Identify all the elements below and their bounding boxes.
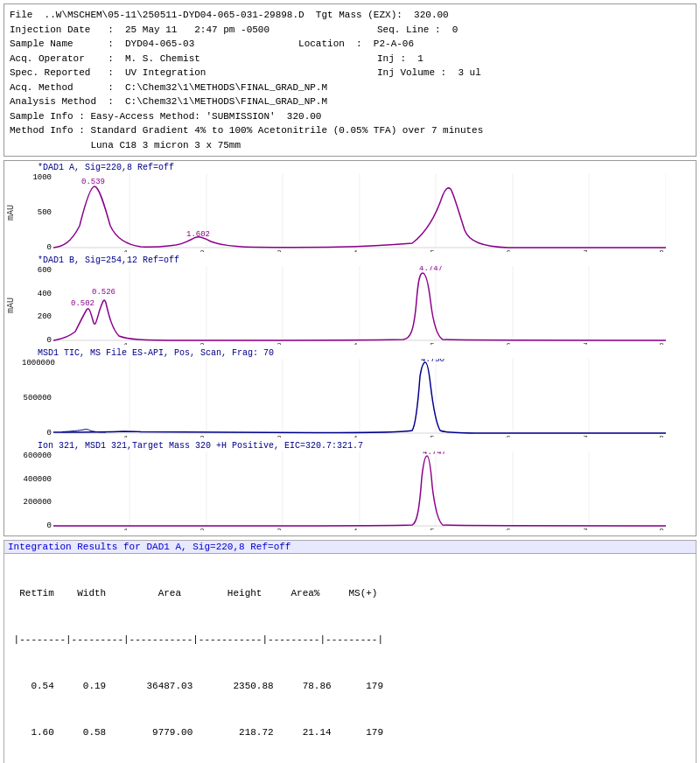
integration-dad1a-headers: RetTim Width Area Height Area% MS(+) [8, 586, 692, 602]
svg-text:4.747: 4.747 [423, 452, 446, 457]
chart-ion321: Ion 321, MSD1 321,Target Mass 320 +H Pos… [6, 441, 694, 530]
integration-dad1a-divider: |--------|---------|-----------|--------… [8, 633, 692, 648]
svg-text:0.539: 0.539 [81, 178, 105, 186]
svg-text:2: 2 [200, 342, 204, 345]
svg-text:0.526: 0.526 [92, 288, 116, 297]
svg-text:6: 6 [506, 528, 510, 530]
chart-ion321-svg: 4.747 1 2 3 4 5 6 7 8 min [53, 452, 694, 530]
header-box: File ..W\MSCHEM\05-11\250511-DYD04-065-0… [4, 4, 696, 157]
svg-text:4.750: 4.750 [421, 359, 444, 364]
svg-text:4: 4 [353, 435, 357, 438]
chart-dad1a-yticks: 1000 500 0 [22, 173, 53, 252]
chart-ion321-yticks: 600000 400000 200000 0 [22, 452, 53, 530]
chart-dad1b-ylabel: mAU [6, 266, 22, 345]
svg-text:8: 8 [659, 435, 663, 438]
svg-text:0.502: 0.502 [71, 299, 94, 308]
chart-dad1a-ylabel: mAU [6, 173, 22, 252]
svg-text:7: 7 [583, 528, 587, 530]
svg-text:3: 3 [276, 528, 281, 530]
svg-text:2: 2 [200, 435, 204, 438]
svg-text:2: 2 [200, 528, 204, 530]
chart-msd1tic-yticks: 1000000 500000 0 [22, 359, 53, 438]
svg-text:1: 1 [123, 435, 128, 438]
svg-text:4: 4 [353, 342, 357, 345]
chart-dad1b: *DAD1 B, Sig=254,12 Ref=off mAU 600 400 … [6, 256, 694, 345]
svg-text:6: 6 [506, 249, 510, 252]
chart-dad1b-svg: 0.502 0.526 4.747 1 2 3 4 5 6 7 8 min [53, 266, 694, 345]
svg-text:4.747: 4.747 [419, 266, 443, 273]
svg-text:1: 1 [123, 342, 128, 345]
header-line4: Acq. Operator : M. S. Chemist Inj : 1 [10, 52, 690, 66]
chart-ion321-ylabel [6, 452, 22, 530]
header-line2: Injection Date : 25 May 11 2:47 pm -0500… [10, 23, 690, 38]
svg-text:1: 1 [123, 528, 128, 530]
chart-msd1tic-ylabel [6, 359, 22, 438]
svg-text:8: 8 [659, 528, 663, 530]
chart-msd1tic-svg: 4.750 1 2 3 4 5 6 7 8 min [53, 359, 694, 438]
integration-dad1a-row1: 0.54 0.19 36487.03 2350.88 78.86 179 [8, 679, 692, 695]
svg-text:8: 8 [659, 249, 663, 252]
svg-text:6: 6 [506, 342, 510, 345]
svg-text:5: 5 [430, 249, 434, 252]
svg-text:7: 7 [583, 435, 587, 438]
header-line8: Sample Info : Easy-Access Method: 'SUBMI… [10, 109, 690, 124]
chart-dad1b-title: *DAD1 B, Sig=254,12 Ref=off [38, 256, 694, 265]
chart-msd1tic: MSD1 TIC, MS File ES-API, Pos, Scan, Fra… [6, 348, 694, 438]
integration-dad1a-table: RetTim Width Area Height Area% MS(+) |--… [4, 553, 696, 763]
svg-text:3: 3 [276, 435, 281, 438]
svg-text:8: 8 [659, 342, 663, 345]
svg-text:3: 3 [276, 249, 281, 252]
svg-text:3: 3 [276, 342, 281, 345]
svg-text:5: 5 [430, 435, 434, 438]
svg-text:7: 7 [583, 342, 587, 345]
chart-dad1a: *DAD1 A, Sig=220,8 Ref=off mAU 1000 500 … [6, 163, 694, 252]
svg-text:4: 4 [353, 249, 357, 252]
integration-dad1a: Integration Results for DAD1 A, Sig=220,… [4, 540, 696, 763]
charts-area: *DAD1 A, Sig=220,8 Ref=off mAU 1000 500 … [4, 160, 696, 536]
svg-text:6: 6 [506, 435, 510, 438]
integration-dad1a-title: Integration Results for DAD1 A, Sig=220,… [4, 540, 696, 553]
header-line1: File ..W\MSCHEM\05-11\250511-DYD04-065-0… [10, 8, 690, 23]
header-line6: Acq. Method : C:\Chem32\1\METHODS\FINAL_… [10, 80, 690, 95]
header-line7: Analysis Method : C:\Chem32\1\METHODS\FI… [10, 94, 690, 109]
svg-text:2: 2 [200, 249, 204, 252]
svg-text:7: 7 [583, 249, 587, 252]
chart-dad1a-title: *DAD1 A, Sig=220,8 Ref=off [38, 163, 694, 172]
chart-dad1b-yticks: 600 400 200 0 [22, 266, 53, 345]
svg-text:4: 4 [353, 528, 357, 530]
chart-dad1a-svg: 0.539 1.602 1 2 3 4 5 6 7 8 min [53, 173, 694, 252]
header-line3: Sample Name : DYD04-065-03 Location : P2… [10, 37, 690, 52]
integration-dad1a-row2: 1.60 0.58 9779.00 218.72 21.14 179 [8, 725, 692, 741]
svg-text:1: 1 [123, 249, 128, 252]
chart-ion321-title: Ion 321, MSD1 321,Target Mass 320 +H Pos… [38, 441, 694, 451]
header-line5: Spec. Reported : UV Integration Inj Volu… [10, 66, 690, 80]
chart-msd1tic-title: MSD1 TIC, MS File ES-API, Pos, Scan, Fra… [38, 348, 694, 358]
svg-text:1.602: 1.602 [186, 230, 210, 239]
header-line9: Method Info : Standard Gradient 4% to 10… [10, 123, 690, 138]
header-line10: Luna C18 3 micron 3 x 75mm [10, 138, 690, 153]
svg-text:5: 5 [430, 528, 434, 530]
svg-text:5: 5 [430, 342, 434, 345]
